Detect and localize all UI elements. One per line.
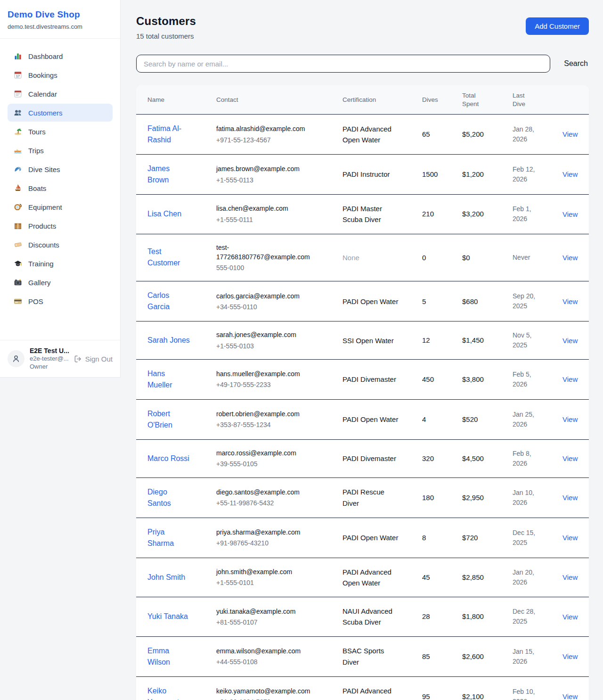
customer-email: lisa.chen@example.com [216, 204, 310, 213]
dives-cell: 320 [422, 445, 462, 472]
view-cell: View [562, 603, 582, 631]
customer-name-link[interactable]: Test Customer [147, 246, 191, 269]
sidebar: Demo Dive Shop demo.test.divestreams.com… [0, 0, 121, 378]
sign-out-button[interactable]: Sign Out [74, 355, 113, 363]
sidebar-item-calendar[interactable]: Calendar [8, 85, 113, 103]
sidebar-item-label: Calendar [28, 90, 57, 98]
search-input[interactable] [136, 55, 550, 73]
user-name: E2E Test U... [30, 346, 69, 355]
table-row: Hans Muellerhans.mueller@example.com+49-… [136, 360, 589, 400]
customer-dives: 1500 [422, 169, 457, 180]
view-customer-link[interactable]: View [562, 613, 578, 621]
view-cell: View [562, 445, 582, 472]
customer-dives: 210 [422, 209, 457, 219]
customer-name-link[interactable]: Robert O'Brien [147, 408, 191, 431]
customer-name-link[interactable]: John Smith [147, 572, 185, 583]
customer-total-spent: $520 [462, 414, 508, 425]
customer-total-spent: $720 [462, 533, 508, 543]
view-customer-link[interactable]: View [562, 170, 578, 178]
customer-name-link[interactable]: James Brown [147, 163, 191, 186]
customer-dives: 450 [422, 374, 457, 385]
sidebar-item-boats[interactable]: Boats [8, 179, 113, 197]
customer-name-link[interactable]: Diego Santos [147, 486, 191, 509]
view-customer-link[interactable]: View [562, 210, 578, 218]
view-customer-link[interactable]: View [562, 375, 578, 383]
customer-certification: None [342, 252, 399, 263]
total-spent-cell: $2,950 [462, 484, 513, 511]
customer-name-link[interactable]: Fatima Al-Rashid [147, 123, 191, 146]
view-customer-link[interactable]: View [562, 652, 578, 660]
certification-cell: PADI Advanced Open Water [342, 677, 422, 700]
table-row: John Smithjohn.smith@example.com+1-555-0… [136, 558, 589, 598]
sidebar-item-customers[interactable]: Customers [8, 104, 113, 122]
sidebar-item-products[interactable]: Products [8, 217, 113, 235]
contact-cell: robert.obrien@example.com+353-87-555-123… [216, 401, 342, 438]
sidebar-item-dashboard[interactable]: Dashboard [8, 47, 113, 65]
customer-name-link[interactable]: Keiko Yamamoto [147, 685, 191, 700]
view-customer-link[interactable]: View [562, 454, 578, 462]
customer-certification: PADI Rescue Diver [342, 486, 399, 509]
customer-total-spent: $4,500 [462, 453, 508, 464]
customer-dives: 65 [422, 129, 457, 140]
dives-cell: 180 [422, 484, 462, 511]
name-cell: James Brown [147, 155, 216, 194]
sidebar-item-label: Trips [28, 147, 44, 155]
last-dive-cell: Never [513, 244, 562, 271]
customer-name-link[interactable]: Hans Mueller [147, 368, 191, 391]
name-cell: Keiko Yamamoto [147, 677, 216, 700]
certification-cell: None [342, 244, 422, 272]
customer-dives: 85 [422, 651, 457, 662]
column-header-total-spent: Total Spent [462, 87, 513, 113]
customer-name-link[interactable]: Marco Rossi [147, 453, 189, 464]
table-row: Diego Santosdiego.santos@example.com+55-… [136, 478, 589, 518]
sidebar-item-dive-sites[interactable]: Dive Sites [8, 160, 113, 178]
sidebar-item-training[interactable]: Training [8, 255, 113, 272]
search-button[interactable]: Search [563, 58, 589, 70]
sidebar-item-discounts[interactable]: Discounts [8, 236, 113, 254]
customer-certification: PADI Open Water [342, 532, 399, 543]
customer-name-link[interactable]: Yuki Tanaka [147, 611, 188, 622]
customer-name-link[interactable]: Priya Sharma [147, 527, 191, 549]
view-customer-link[interactable]: View [562, 297, 578, 305]
customer-email: sarah.jones@example.com [216, 330, 310, 339]
customer-certification: PADI Advanced Open Water [342, 124, 399, 146]
name-cell: Diego Santos [147, 478, 216, 518]
customer-total-spent: $680 [462, 296, 508, 307]
contact-cell: sarah.jones@example.com+1-555-0103 [216, 321, 342, 359]
customer-last-dive: Dec 15, 2025 [513, 528, 540, 548]
view-customer-link[interactable]: View [562, 494, 578, 502]
customer-name-link[interactable]: Emma Wilson [147, 645, 191, 668]
sidebar-nav: Dashboard17BookingsCalendarCustomersTour… [0, 39, 120, 340]
customer-last-dive: Jan 20, 2026 [513, 568, 540, 587]
sidebar-item-pos[interactable]: POS [8, 292, 113, 310]
island-icon [14, 127, 22, 136]
view-customer-link[interactable]: View [562, 130, 578, 138]
sidebar-item-tours[interactable]: Tours [8, 123, 113, 140]
customer-last-dive: Feb 5, 2026 [513, 370, 540, 389]
add-customer-button[interactable]: Add Customer [526, 17, 589, 35]
total-spent-cell: $1,450 [462, 327, 513, 354]
customer-name-link[interactable]: Carlos Garcia [147, 290, 191, 313]
total-spent-cell: $3,800 [462, 366, 513, 393]
dives-cell: 95 [422, 683, 462, 700]
sidebar-item-equipment[interactable]: Equipment [8, 198, 113, 216]
customer-dives: 320 [422, 453, 457, 464]
column-header-dives: Dives [422, 91, 462, 109]
view-customer-link[interactable]: View [562, 534, 578, 542]
customer-name-link[interactable]: Sarah Jones [147, 335, 190, 346]
page-title-block: Customers 15 total customers [136, 15, 196, 40]
sidebar-item-trips[interactable]: Trips [8, 141, 113, 159]
customer-name-link[interactable]: Lisa Chen [147, 208, 181, 220]
page-title: Customers [136, 15, 196, 28]
view-customer-link[interactable]: View [562, 573, 578, 581]
certification-cell: PADI Instructor [342, 160, 422, 188]
table-row: Yuki Tanakayuki.tanaka@example.com+81-55… [136, 597, 589, 637]
sidebar-item-gallery[interactable]: Gallery [8, 273, 113, 291]
contact-cell: priya.sharma@example.com+91-98765-43210 [216, 519, 342, 557]
view-customer-link[interactable]: View [562, 692, 578, 700]
view-customer-link[interactable]: View [562, 254, 578, 262]
sidebar-item-bookings[interactable]: 17Bookings [8, 66, 113, 84]
view-customer-link[interactable]: View [562, 337, 578, 345]
contact-cell: fatima.alrashid@example.com+971-55-123-4… [216, 115, 342, 153]
view-customer-link[interactable]: View [562, 415, 578, 423]
